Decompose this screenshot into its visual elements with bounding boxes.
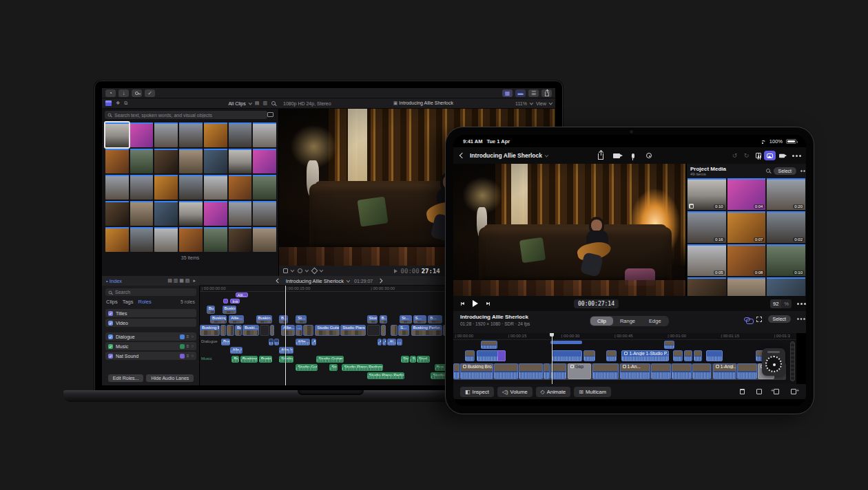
mac-timeline-clip[interactable] (223, 299, 228, 303)
mac-timeline-clip[interactable]: Stud... (417, 356, 431, 363)
camera-icon[interactable] (613, 153, 620, 158)
role-solo-icon[interactable]: ○ (191, 354, 194, 358)
role-checkbox[interactable]: ✓ (108, 344, 113, 349)
index-search-input[interactable] (105, 288, 196, 296)
transition-icon[interactable] (756, 389, 762, 394)
media-item[interactable] (767, 277, 805, 296)
mac-timeline-clip[interactable]: Stud... (367, 315, 378, 323)
mac-browser-thumb[interactable] (154, 201, 178, 226)
key-icon[interactable] (132, 89, 142, 97)
mac-timeline-clip[interactable]: Buskin... (256, 315, 273, 323)
ipad-timeline-clip[interactable] (692, 363, 711, 379)
mac-timeline-clip[interactable]: Buskin... (223, 306, 237, 314)
mac-timeline-clip[interactable]: St... (296, 315, 306, 323)
mac-timeline-clip[interactable]: Busk... (231, 356, 238, 363)
index-toggle[interactable]: • Index (106, 278, 122, 284)
zoom-value[interactable]: 92 (770, 299, 781, 308)
index-tab-clips[interactable]: Clips (106, 299, 118, 305)
mac-browser-thumb[interactable] (154, 227, 178, 252)
ipad-timeline-clip[interactable] (544, 363, 550, 379)
role-row-music[interactable]: ✓Music≡○ (105, 342, 196, 350)
voiceover-icon[interactable] (646, 153, 652, 158)
lane-tools-icons[interactable]: ▤ ▥ ▦ ▧ (167, 278, 189, 284)
ellipsis-icon[interactable] (787, 151, 799, 160)
retime-wand-icon[interactable] (298, 268, 302, 273)
filmstrip-view-icon[interactable]: ▤ (255, 100, 260, 106)
redo-icon[interactable]: ↻ (741, 151, 752, 160)
play-icon[interactable] (473, 300, 478, 307)
mac-timeline-clip[interactable] (367, 325, 381, 336)
role-row-video[interactable]: ✓Video (105, 319, 196, 327)
role-checkbox[interactable]: ✓ (108, 334, 113, 339)
mac-timeline-clip[interactable]: A (378, 339, 382, 345)
ipad-timeline-clip[interactable] (465, 350, 475, 361)
edit-roles-button[interactable]: Edit Roles... (108, 374, 144, 382)
ipad-timeline-clip[interactable] (494, 363, 518, 379)
ipad-timeline-clip[interactable] (694, 350, 703, 361)
mac-browser-thumb[interactable] (229, 122, 252, 147)
index-tab-tags[interactable]: Tags (123, 299, 134, 305)
mac-timeline-clip[interactable] (220, 325, 226, 336)
ellipsis-icon[interactable] (797, 303, 799, 305)
photos-audio-icon[interactable]: ❖ (116, 100, 120, 106)
mac-timeline-clip[interactable]: Studio Guitar 01 P... (316, 356, 344, 363)
mac-timeline-clip[interactable]: Busking... (259, 356, 273, 363)
timeline-select-button[interactable]: Select (768, 315, 791, 323)
media-photo-icon[interactable] (764, 151, 776, 160)
mac-browser-thumb[interactable] (130, 175, 154, 200)
mac-browser-thumb[interactable] (179, 201, 203, 226)
mac-browser-thumb[interactable] (105, 175, 129, 200)
mac-browser-thumb[interactable] (204, 175, 227, 200)
mac-timeline-clip[interactable]: Bus... (221, 339, 230, 345)
jog-wheel[interactable] (762, 348, 785, 376)
ipad-timecode[interactable]: 00:00:27:14 (574, 299, 619, 308)
media-item[interactable]: 0:16 (688, 211, 726, 243)
mac-timeline-clip[interactable]: Alli... (236, 292, 248, 297)
ipad-timeline-clip[interactable] (550, 341, 582, 344)
mac-browser-thumb[interactable] (130, 122, 154, 147)
mac-timeline-clip[interactable]: Alle int... (230, 347, 242, 354)
ipad-timeline-ruler[interactable]: | 00:00:00| 00:00:15| 00:00:30| 00:00:45… (453, 333, 796, 340)
mac-browser-thumb[interactable] (179, 227, 203, 252)
timeline-overview-icon[interactable] (756, 317, 762, 322)
mac-browser-thumb[interactable] (179, 149, 203, 173)
role-solo-icon[interactable]: ○ (191, 344, 194, 348)
mac-browser-thumb[interactable] (105, 149, 129, 173)
role-focus-icon[interactable] (180, 334, 185, 339)
ipad-timeline-clip[interactable] (606, 350, 616, 361)
role-checkbox[interactable]: ✓ (108, 311, 113, 316)
mac-timeline-clip[interactable]: A. (311, 339, 316, 345)
mac-timeline-clip[interactable]: B... (279, 315, 288, 323)
cursor-tool-icon[interactable]: ▸ (193, 278, 196, 284)
viewer-zoom-dropdown[interactable]: 111% (515, 101, 532, 106)
role-lanes-icon[interactable]: ≡ (187, 354, 189, 358)
tasks-check-icon[interactable]: ✓ (145, 89, 155, 97)
role-solo-icon[interactable]: ○ (191, 334, 194, 339)
mac-timeline-clip[interactable]: Studio Guitar 02... (296, 364, 318, 371)
mac-browser-thumb[interactable] (154, 122, 178, 147)
mac-timeline-clip[interactable]: S... (398, 325, 410, 336)
ipad-timeline-clip[interactable]: Busking Bro... (460, 363, 493, 379)
animate-button[interactable]: ◇Animate (536, 387, 571, 397)
play-icon[interactable] (394, 269, 397, 273)
mac-browser-thumb[interactable] (204, 122, 227, 147)
ipad-timeline-clip[interactable]: 1-Angle 1-Studio P... (621, 350, 669, 361)
clapperboard-icon[interactable] (105, 100, 112, 106)
mac-browser-thumb[interactable] (105, 227, 129, 252)
mac-timeline-clip[interactable]: Buski... (242, 325, 259, 336)
ipad-timeline-clip[interactable] (592, 363, 619, 379)
browser-view-icon[interactable]: ▦ (502, 89, 513, 97)
browser-search-input[interactable] (105, 111, 267, 119)
ipad-timeline[interactable]: | 00:00:00| 00:00:15| 00:00:30| 00:00:45… (453, 333, 796, 384)
role-lanes-icon[interactable]: ≡ (187, 344, 189, 348)
mac-timeline-clip[interactable]: Bu... (235, 325, 242, 336)
undo-icon[interactable]: ↺ (729, 151, 741, 160)
ellipsis-icon[interactable] (800, 170, 802, 171)
mac-browser-thumb[interactable] (204, 227, 227, 252)
ipad-timeline-clip[interactable] (550, 363, 566, 379)
media-item[interactable] (727, 277, 766, 296)
ellipsis-icon[interactable] (797, 318, 799, 320)
connect-clips-icon[interactable] (744, 317, 750, 321)
mac-timeline-clip[interactable]: Allie... (229, 315, 244, 323)
mode-edge[interactable]: Edge (642, 317, 668, 326)
